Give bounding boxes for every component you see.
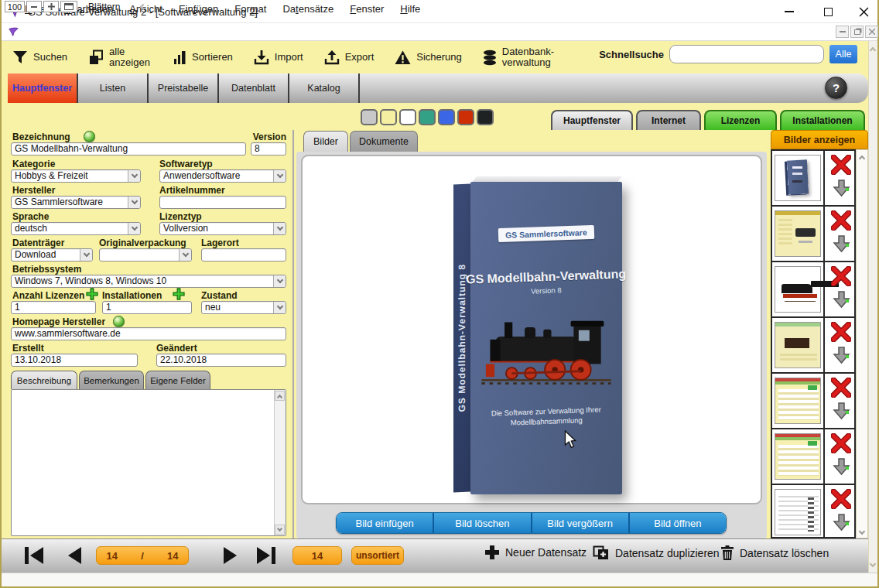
geaendert-field[interactable]: 22.10.2018 [156,354,286,367]
tab-bilder[interactable]: Bilder [303,131,348,152]
menu-datensaetze[interactable]: Datensätze [282,3,333,15]
bild-loeschen-button[interactable]: Bild löschen [434,513,532,533]
hersteller-select[interactable]: GS Sammlersoftware [11,196,141,209]
swatch-black[interactable] [477,109,494,125]
softwaretyp-select[interactable]: Anwendersoftware [159,169,286,183]
status-toolbar-toggle-button[interactable] [60,1,77,12]
swatch-yellow[interactable] [380,109,397,125]
zoom-level-field[interactable]: 100 [5,1,25,12]
kategorie-select[interactable]: Hobbys & Freizeit [11,169,141,183]
mdi-restore-button[interactable] [850,26,864,38]
bild-oeffnen-button[interactable]: Bild öffnen [630,513,726,533]
swatch-white[interactable] [399,109,416,125]
thumbnail-add-button[interactable] [833,234,851,255]
mdi-minimize-button[interactable] [836,26,849,38]
record-position-field[interactable]: 14 / 14 [96,546,189,565]
new-record-button[interactable]: Neuer Datensatz [485,545,587,559]
datentraeger-select[interactable]: Download [11,248,93,262]
textarea-scrollbar[interactable] [274,390,286,535]
next-record-button[interactable] [224,547,237,564]
thumbnail-delete-button[interactable] [831,322,851,342]
thumbnail-delete-button[interactable] [831,489,851,509]
schnellsuche-input[interactable] [669,45,824,63]
previous-record-button[interactable] [68,547,81,564]
tab-listen[interactable]: Listen [78,74,149,103]
export-button[interactable]: Export [324,50,375,65]
tab-katalog[interactable]: Katalog [289,74,360,103]
homepage-field[interactable]: www.sammlersoftware.de [11,327,286,340]
thumbnail[interactable] [772,429,825,484]
thumbnail-add-button[interactable] [833,179,851,199]
duplicate-record-button[interactable]: Datensatz duplizieren [593,545,720,560]
thumbnail-scrollbar[interactable] [856,149,868,538]
thumbnail-delete-button[interactable] [831,210,851,231]
suchen-button[interactable]: Suchen [12,50,67,65]
image-display-area[interactable]: GS Modellbahn-Verwaltung 8 GS Sammlersof… [301,155,762,504]
installationen-field[interactable]: 1 [102,301,192,314]
minimize-button[interactable] [772,0,806,23]
close-button[interactable] [847,0,879,23]
artikelnummer-field[interactable] [159,196,286,209]
lizenztyp-select[interactable]: Vollversion [159,222,286,235]
thumbnail[interactable] [772,374,825,428]
swatch-red[interactable] [457,109,474,125]
scroll-up-button[interactable] [275,391,285,401]
chevron-down-icon[interactable] [870,561,876,567]
globe-icon[interactable] [84,131,95,142]
erstellt-field[interactable]: 13.10.2018 [11,354,138,367]
viewtab-hauptfenster[interactable]: Hauptfenster [551,110,633,130]
tab-beschreibung[interactable]: Beschreibung [11,371,77,389]
menu-einfuegen[interactable]: Einfügen [179,3,218,15]
swatch-teal[interactable] [419,109,436,125]
bezeichnung-field[interactable]: GS Modellbahn-Verwaltung [11,142,246,156]
betriebssystem-select[interactable]: Windows 7, Windows 8, Windows 10 [11,275,286,288]
chevron-down-icon[interactable] [859,528,865,535]
menu-format[interactable]: Format [234,3,266,15]
datenbankverwaltung-button[interactable]: Datenbank-verwaltung [483,46,561,67]
zoom-out-button[interactable] [26,1,42,12]
menu-fenster[interactable]: Fenster [350,3,384,15]
last-record-button[interactable] [257,547,275,564]
thumbnail[interactable] [772,262,825,316]
thumbnail[interactable] [772,207,825,261]
chevron-up-icon[interactable] [859,156,865,162]
alle-anzeigen-button[interactable]: alle anzeigen [88,46,152,67]
thumbnail-add-button[interactable] [833,457,851,477]
version-field[interactable]: 8 [251,142,286,156]
sprache-select[interactable]: deutsch [11,222,141,235]
tab-hauptfenster[interactable]: Hauptfenster [8,74,78,103]
tab-preistabelle[interactable]: Preistabelle [149,74,219,103]
maximize-button[interactable] [811,0,845,23]
zoom-in-button[interactable] [43,1,59,12]
add-installation-icon[interactable] [173,288,185,300]
anzahl-lizenzen-field[interactable]: 1 [11,301,96,314]
zustand-select[interactable]: neu [201,301,286,314]
sicherung-button[interactable]: Sicherung [395,50,462,65]
homepage-globe-icon[interactable] [113,316,125,327]
scroll-down-button[interactable] [275,525,285,535]
bild-vergroessern-button[interactable]: Bild vergößern [532,513,630,533]
import-button[interactable]: Import [254,50,303,65]
swatch-blue[interactable] [438,109,455,125]
tab-dokumente[interactable]: Dokumente [350,131,418,152]
help-button[interactable]: ? [825,77,847,99]
sortieren-button[interactable]: Sortieren [173,50,233,65]
lagerort-field[interactable] [201,248,286,262]
tab-bemerkungen[interactable]: Bemerkungen [79,371,144,389]
thumbnail[interactable] [772,151,825,205]
beschreibung-textarea[interactable] [11,389,286,536]
thumbnail-add-button[interactable] [833,346,851,366]
collapse-button[interactable] [141,1,145,12]
tab-datenblatt[interactable]: Datenblatt [219,74,289,103]
menu-hilfe[interactable]: Hilfe [400,3,420,15]
window-scrollbar[interactable] [868,41,877,573]
mdi-close-button[interactable] [865,26,878,38]
tab-eigene-felder[interactable]: Eigene Felder [145,371,210,389]
add-license-icon[interactable] [86,288,98,300]
originalverpackung-select[interactable] [99,248,192,262]
menu-ansicht[interactable]: Ansicht [129,3,162,15]
first-record-button[interactable] [25,547,43,564]
thumbnail-delete-button[interactable] [831,378,851,398]
bild-einfuegen-button[interactable]: Bild einfügen [337,513,434,533]
mode-selector[interactable]: Blättern [88,1,120,12]
